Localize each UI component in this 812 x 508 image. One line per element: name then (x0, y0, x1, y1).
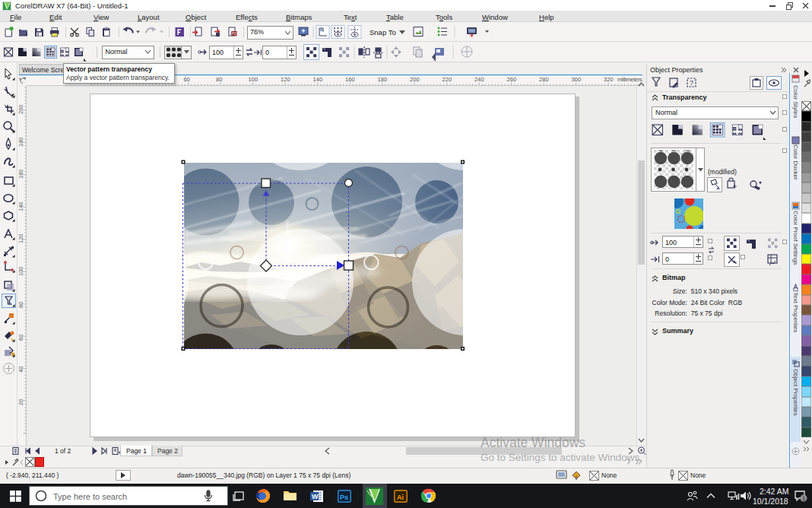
svg-text:?: ? (690, 79, 693, 87)
svg-text:PDF: PDF (232, 32, 239, 36)
svg-text:Ps: Ps (340, 494, 348, 501)
svg-text:Ai: Ai (397, 494, 404, 501)
svg-text:W: W (312, 493, 319, 500)
svg-text:1: 1 (802, 496, 805, 501)
